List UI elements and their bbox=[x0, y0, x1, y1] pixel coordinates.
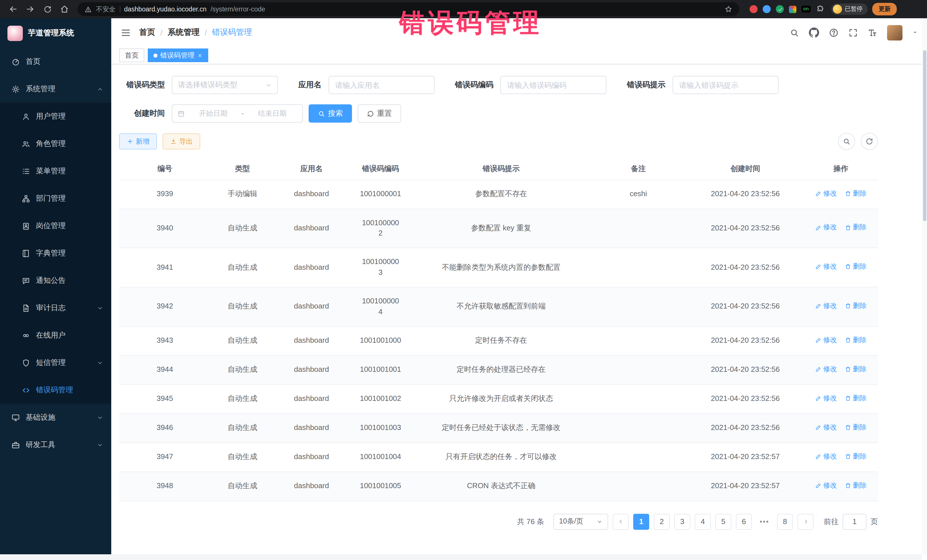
sidebar-item-roles[interactable]: 角色管理 bbox=[0, 130, 111, 157]
question-icon[interactable] bbox=[829, 28, 839, 37]
reload-icon[interactable] bbox=[40, 2, 55, 17]
gear-icon bbox=[11, 85, 20, 93]
page-button[interactable]: 3 bbox=[674, 514, 690, 530]
edit-link[interactable]: 修改 bbox=[815, 422, 837, 432]
extensions-puzzle-icon[interactable] bbox=[816, 5, 824, 14]
sidebar-item-menus[interactable]: 菜单管理 bbox=[0, 157, 111, 185]
date-start-placeholder: 开始日期 bbox=[188, 109, 238, 118]
goto-page-input[interactable] bbox=[843, 514, 866, 530]
scrollbar-thumb[interactable] bbox=[923, 50, 926, 221]
error-code-input[interactable] bbox=[500, 76, 606, 94]
delete-link[interactable]: 删除 bbox=[845, 262, 866, 272]
sidebar-item-departments[interactable]: 部门管理 bbox=[0, 185, 111, 212]
sidebar-item-infrastructure[interactable]: 基础设施 bbox=[0, 404, 111, 431]
edit-link[interactable]: 修改 bbox=[815, 223, 837, 233]
delete-link[interactable]: 删除 bbox=[845, 393, 866, 403]
edit-link[interactable]: 修改 bbox=[815, 481, 837, 491]
error-hint-input[interactable] bbox=[672, 76, 778, 94]
show-search-icon[interactable] bbox=[838, 133, 855, 150]
profile-button[interactable]: 已暂停 bbox=[831, 3, 868, 15]
page-button[interactable]: 6 bbox=[736, 514, 752, 530]
delete-link[interactable]: 删除 bbox=[845, 301, 866, 311]
sidebar-item-notices[interactable]: 通知公告 bbox=[0, 267, 111, 294]
avatar[interactable] bbox=[887, 25, 903, 40]
delete-link[interactable]: 删除 bbox=[845, 223, 866, 233]
hamburger-icon[interactable] bbox=[120, 27, 131, 38]
sidebar-item-devtools[interactable]: 研发工具 bbox=[0, 431, 111, 458]
page-size-select[interactable]: 10条/页 bbox=[553, 514, 608, 530]
close-icon[interactable] bbox=[198, 53, 202, 58]
edit-link[interactable]: 修改 bbox=[815, 188, 837, 199]
delete-link[interactable]: 删除 bbox=[845, 451, 866, 461]
sidebar-item-online-users[interactable]: 在线用户 bbox=[0, 322, 111, 349]
sidebar-item-posts[interactable]: 岗位管理 bbox=[0, 212, 111, 240]
edit-link[interactable]: 修改 bbox=[815, 301, 837, 311]
error-type-select[interactable]: 请选择错误码类型 bbox=[172, 76, 278, 94]
search-icon[interactable] bbox=[790, 28, 799, 37]
delete-link[interactable]: 删除 bbox=[845, 335, 866, 345]
table-header-row: 编号 类型 应用名 错误码编码 错误码提示 备注 创建时间 操作 bbox=[119, 158, 878, 180]
sidebar-item-sms[interactable]: 短信管理 bbox=[0, 349, 111, 376]
edit-link[interactable]: 修改 bbox=[815, 451, 837, 461]
edit-link[interactable]: 修改 bbox=[815, 393, 837, 403]
record-extension-icon[interactable] bbox=[749, 5, 758, 13]
blue-extension-icon[interactable] bbox=[763, 5, 771, 13]
on-badge-extension-icon[interactable]: on bbox=[801, 6, 811, 12]
bookmark-star-icon[interactable] bbox=[725, 5, 732, 13]
delete-link[interactable]: 删除 bbox=[845, 188, 866, 199]
search-button[interactable]: 搜索 bbox=[308, 104, 352, 123]
breadcrumb-home[interactable]: 首页 bbox=[139, 27, 155, 38]
divider bbox=[120, 6, 120, 12]
sidebar-item-users[interactable]: 用户管理 bbox=[0, 103, 111, 130]
check-extension-icon[interactable] bbox=[776, 5, 784, 13]
app-name-input[interactable] bbox=[328, 76, 435, 94]
tab-home[interactable]: 首页 bbox=[119, 49, 144, 62]
tab-error-code[interactable]: 错误码管理 bbox=[148, 49, 208, 62]
brand[interactable]: 芋道管理系统 bbox=[0, 18, 111, 48]
refresh-table-icon[interactable] bbox=[861, 133, 878, 150]
color-extension-icon[interactable] bbox=[789, 5, 796, 13]
date-range-picker[interactable]: 开始日期 - 结束日期 bbox=[172, 104, 303, 123]
page-button[interactable]: 4 bbox=[695, 514, 711, 530]
export-button[interactable]: 导出 bbox=[163, 134, 200, 149]
back-icon[interactable] bbox=[6, 2, 21, 17]
caret-down-icon[interactable] bbox=[912, 30, 918, 35]
sidebar-item-dictionary[interactable]: 字典管理 bbox=[0, 240, 111, 267]
home-icon[interactable] bbox=[57, 2, 72, 17]
more-pages-icon[interactable]: ••• bbox=[757, 514, 772, 530]
prev-page-button[interactable] bbox=[613, 514, 629, 530]
breadcrumb-system[interactable]: 系统管理 bbox=[168, 27, 200, 38]
delete-link[interactable]: 删除 bbox=[845, 364, 866, 374]
next-page-button[interactable] bbox=[798, 514, 813, 530]
browser-update-button[interactable]: 更新 bbox=[872, 3, 897, 15]
edit-link[interactable]: 修改 bbox=[815, 364, 837, 374]
error-hint-label: 错误码提示 bbox=[627, 80, 666, 90]
reset-button[interactable]: 重置 bbox=[358, 104, 401, 123]
chevron-down-icon bbox=[265, 82, 272, 88]
sidebar-item-home[interactable]: 首页 bbox=[0, 48, 111, 75]
page-button[interactable]: 8 bbox=[777, 514, 793, 530]
edit-link[interactable]: 修改 bbox=[815, 262, 837, 272]
vertical-scrollbar[interactable] bbox=[922, 18, 927, 554]
page-button[interactable]: 2 bbox=[654, 514, 670, 530]
table-row: 3940自动生成dashboard100100000 2参数配置 key 重复2… bbox=[119, 209, 878, 248]
filter-app-name: 应用名 bbox=[298, 76, 435, 94]
sidebar-item-error-code[interactable]: 错误码管理 bbox=[0, 376, 111, 404]
fullscreen-icon[interactable] bbox=[848, 28, 858, 37]
page-button[interactable]: 1 bbox=[633, 514, 649, 530]
sidebar-item-audit-log[interactable]: 审计日志 bbox=[0, 294, 111, 322]
edit-link[interactable]: 修改 bbox=[815, 335, 837, 345]
horizontal-scrollbar[interactable] bbox=[0, 554, 922, 560]
top-navbar: 首页 / 系统管理 / 错误码管理 bbox=[111, 18, 927, 47]
delete-link[interactable]: 删除 bbox=[845, 481, 866, 491]
page-button[interactable]: 5 bbox=[715, 514, 731, 530]
font-size-icon[interactable] bbox=[868, 28, 877, 37]
delete-link[interactable]: 删除 bbox=[845, 422, 866, 432]
address-bar[interactable]: 不安全 dashboard.yudao.iocoder.cn /system/e… bbox=[78, 2, 739, 16]
add-button[interactable]: 新增 bbox=[119, 134, 157, 149]
pencil-icon bbox=[815, 303, 821, 309]
announcement-icon bbox=[22, 276, 30, 285]
forward-icon[interactable] bbox=[23, 2, 38, 17]
github-icon[interactable] bbox=[809, 27, 819, 38]
sidebar-item-system[interactable]: 系统管理 bbox=[0, 75, 111, 103]
